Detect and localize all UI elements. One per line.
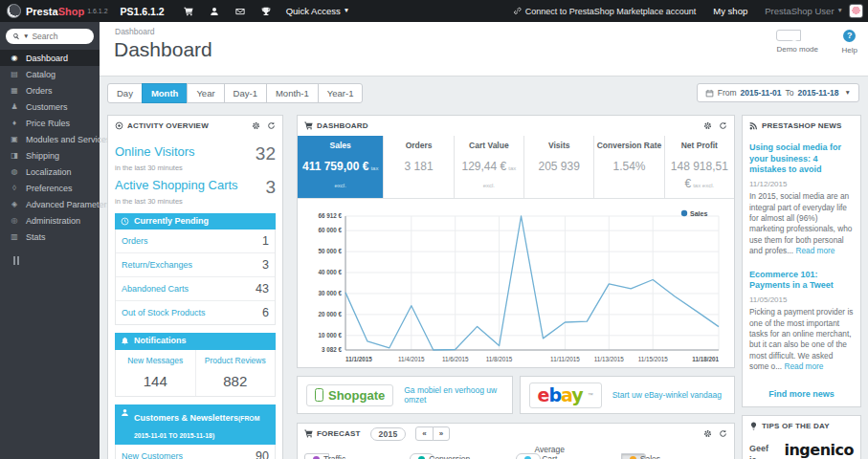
trophy-icon[interactable] bbox=[261, 7, 271, 16]
sidebar-item-shipping[interactable]: ◨Shipping bbox=[0, 147, 100, 164]
range-button-day[interactable]: Day bbox=[107, 83, 143, 103]
pending-label[interactable]: Abandoned Carts bbox=[122, 284, 189, 294]
sidebar-item-price-rules[interactable]: ♦Price Rules bbox=[0, 115, 100, 131]
metric-value: 129,44 € bbox=[462, 160, 507, 173]
sidebar-item-dashboard[interactable]: ◉Dashboard bbox=[0, 50, 100, 66]
metric-label: Visits bbox=[526, 141, 591, 150]
demo-mode-control: Demo mode bbox=[776, 30, 818, 54]
date-range-picker[interactable]: From 2015-11-01 To 2015-11-18 ▼ bbox=[697, 83, 859, 102]
notification-label[interactable]: New Messages bbox=[118, 356, 193, 365]
help-icon[interactable]: ? bbox=[843, 30, 856, 42]
help-label: Help bbox=[842, 46, 857, 55]
previous-period-button[interactable]: « bbox=[415, 426, 433, 442]
metric-value-wrap: 205 939 bbox=[526, 157, 591, 174]
metric-tab-net-profit[interactable]: Net Profit148 918,51 €tax excl. bbox=[664, 136, 734, 198]
refresh-icon[interactable] bbox=[267, 121, 276, 130]
sidebar-item-customers[interactable]: ♟Customers bbox=[0, 98, 100, 115]
customers-quick-icon[interactable] bbox=[210, 7, 219, 16]
refresh-icon[interactable] bbox=[719, 121, 727, 130]
ebay-link[interactable]: Start uw eBay-winkel vandaag bbox=[612, 390, 722, 400]
lightbulb-icon bbox=[749, 422, 758, 430]
sidebar-item-preferences[interactable]: ◊Preferences bbox=[0, 180, 100, 196]
online-visitors-link[interactable]: Online Visitors bbox=[115, 144, 195, 159]
sidebar-item-stats[interactable]: ▥Stats bbox=[0, 229, 100, 245]
quick-access-menu[interactable]: Quick Access▼ bbox=[286, 6, 349, 16]
range-button-year-1[interactable]: Year-1 bbox=[318, 83, 364, 103]
messages-icon[interactable] bbox=[235, 7, 245, 16]
svg-text:50 000 €: 50 000 € bbox=[318, 248, 342, 254]
pending-label[interactable]: Orders bbox=[122, 236, 148, 246]
svg-text:11/11/2015: 11/11/2015 bbox=[550, 356, 580, 362]
forecast-panel: FORECAST 2015 « » TrafficConversionAvera… bbox=[297, 423, 735, 459]
svg-text:66 912 €: 66 912 € bbox=[318, 212, 342, 219]
sidebar-item-catalog[interactable]: ▤Catalog bbox=[0, 66, 100, 82]
shopgate-link[interactable]: Ga mobiel en verhoog uw omzet bbox=[404, 385, 502, 404]
active-carts-link[interactable]: Active Shopping Carts bbox=[115, 178, 238, 192]
svg-text:11/8/2015: 11/8/2015 bbox=[486, 356, 513, 362]
find-more-news-link[interactable]: Find more news bbox=[743, 389, 860, 399]
cart-icon[interactable] bbox=[184, 7, 193, 16]
range-button-month-1[interactable]: Month-1 bbox=[266, 83, 319, 103]
sidebar-item-administration[interactable]: ◎Administration bbox=[0, 212, 100, 229]
demo-mode-toggle[interactable] bbox=[776, 30, 801, 41]
range-button-day-1[interactable]: Day-1 bbox=[224, 83, 267, 103]
sales-line-chart: 66 912 €60 000 €50 000 €40 000 €30 000 €… bbox=[305, 205, 726, 365]
sidebar-search[interactable]: ▼ bbox=[6, 29, 94, 44]
gear-icon[interactable] bbox=[703, 429, 712, 438]
chain-icon bbox=[513, 7, 522, 15]
news-article-title[interactable]: Using social media for your business: 4 … bbox=[749, 142, 854, 176]
news-article-title[interactable]: Ecommerce 101: Payments in a Tweet bbox=[749, 270, 854, 292]
avatar[interactable] bbox=[849, 4, 863, 18]
metric-tab-conversion-rate[interactable]: Conversion Rate1.54% bbox=[593, 136, 663, 198]
news-article: Ecommerce 101: Payments in a Tweet11/05/… bbox=[749, 270, 854, 373]
marketplace-connect-link[interactable]: Connect to PrestaShop Marketplace accoun… bbox=[513, 7, 697, 16]
forecast-toggle-average-cart-value[interactable]: Average Cart Value bbox=[516, 453, 541, 459]
refresh-icon[interactable] bbox=[719, 429, 727, 438]
forecast-toggle-sales[interactable]: Sales bbox=[621, 453, 646, 459]
metric-tab-cart-value[interactable]: Cart Value129,44 €tax excl. bbox=[454, 136, 523, 198]
pending-label[interactable]: Out of Stock Products bbox=[122, 308, 206, 317]
gear-icon[interactable] bbox=[252, 121, 260, 130]
read-more-link[interactable]: Read more bbox=[784, 361, 823, 371]
range-button-month[interactable]: Month bbox=[142, 83, 189, 103]
forecast-toggle-conversion[interactable]: Conversion bbox=[410, 453, 434, 459]
sidebar-item-localization[interactable]: ◍Localization bbox=[0, 164, 100, 180]
help-control: ? Help bbox=[842, 30, 857, 55]
range-button-year[interactable]: Year bbox=[187, 83, 224, 103]
modules-icon: ▣ bbox=[10, 135, 19, 143]
ebay-banner[interactable]: ebay ™ Start uw eBay-winkel vandaag bbox=[520, 376, 736, 414]
collapse-sidebar-icon[interactable] bbox=[13, 256, 100, 265]
next-period-button[interactable]: » bbox=[433, 426, 450, 442]
pending-value: 1 bbox=[262, 234, 269, 248]
customers-label[interactable]: New Customers bbox=[122, 451, 183, 459]
gear-icon[interactable] bbox=[703, 121, 712, 130]
pending-label[interactable]: Return/Exchanges bbox=[122, 260, 192, 270]
forecast-toggle-traffic[interactable]: Traffic bbox=[304, 453, 329, 459]
search-icon bbox=[12, 33, 20, 40]
sidebar-item-label: Catalog bbox=[26, 70, 56, 79]
sidebar-item-label: Dashboard bbox=[26, 54, 68, 63]
forecast-nav: « » bbox=[415, 426, 450, 442]
notification-column-new-messages: New Messages144 bbox=[116, 350, 195, 396]
sidebar-item-advanced-parameters[interactable]: ◈Advanced Parameters bbox=[0, 196, 100, 212]
metric-tab-visits[interactable]: Visits205 939 bbox=[523, 136, 593, 198]
sidebar-item-modules-and-services[interactable]: ▣Modules and Services bbox=[0, 131, 100, 147]
breadcrumb[interactable]: Dashboard bbox=[115, 27, 155, 36]
notification-label[interactable]: Product Reviews bbox=[198, 356, 274, 365]
sidebar-item-label: Advanced Parameters bbox=[26, 200, 111, 209]
shopgate-banner[interactable]: Shopgate Ga mobiel en verhoog uw omzet bbox=[297, 376, 513, 414]
metric-tab-orders[interactable]: Orders3 181 bbox=[383, 136, 453, 198]
metric-label: Conversion Rate bbox=[596, 141, 661, 150]
sponsor-name: ingenico bbox=[775, 443, 854, 458]
news-article-date: 11/05/2015 bbox=[749, 295, 854, 304]
metric-tab-sales[interactable]: Sales411 759,00 €tax excl. bbox=[298, 136, 383, 198]
customers-newsletters-rows: New Customers90New Subscriptions18Total … bbox=[115, 445, 276, 459]
my-shop-link[interactable]: My shop bbox=[713, 6, 747, 16]
read-more-link[interactable]: Read more bbox=[795, 246, 835, 255]
sidebar-item-orders[interactable]: ▦Orders bbox=[0, 82, 100, 98]
shipping-icon: ◨ bbox=[10, 151, 19, 160]
user-menu[interactable]: PrestaShop User▼ bbox=[765, 6, 843, 16]
search-input[interactable] bbox=[32, 32, 85, 41]
orders-icon: ▦ bbox=[10, 86, 19, 95]
notification-value: 882 bbox=[198, 373, 274, 389]
